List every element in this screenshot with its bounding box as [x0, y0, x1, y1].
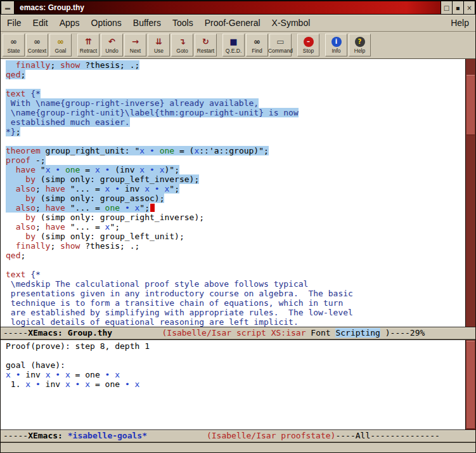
toolbar-label: Next: [130, 48, 141, 54]
xemacs-frame: ▬ emacs: Group.thy □ ▪ × FileEditAppsOpt…: [0, 0, 476, 453]
toolbar-label: Undo: [105, 48, 118, 54]
editor-line: presentations given in any introductory …: [6, 289, 465, 298]
help-button[interactable]: ?Help: [349, 34, 371, 56]
state-button[interactable]: ∞State: [3, 34, 25, 56]
goto-button[interactable]: ↴Goto: [171, 34, 193, 56]
toolbar-label: Goto: [176, 48, 188, 54]
window-title-area[interactable]: emacs: Group.thy: [15, 1, 441, 15]
window-title: emacs: Group.thy: [20, 3, 84, 12]
goals-line: x • inv x • x = one • x: [6, 370, 465, 379]
goals-line: Proof(prove): step 8, depth 1: [6, 341, 465, 351]
editor-line: by (simp only: group_assoc);: [6, 194, 465, 203]
stop-button[interactable]: –Stop: [297, 34, 319, 56]
editor-line: \name{group-right-unit}\label{thm:group-…: [6, 108, 465, 117]
editor-line: text {*: [6, 89, 465, 98]
toolbar-label: Restart: [197, 48, 214, 54]
editor-line: by (simp only: group_left_unit);: [6, 232, 465, 241]
state-goggles-icon: ∞: [9, 37, 19, 47]
restart-button[interactable]: ↻Restart: [195, 34, 217, 56]
toolbar-label: Context: [28, 48, 46, 54]
menu-item-tools[interactable]: Tools: [172, 18, 193, 28]
maximize-button[interactable]: □: [441, 1, 453, 15]
toolbar-label: Info: [331, 48, 340, 54]
goto-arrow-icon: ↴: [177, 37, 188, 47]
toolbar-label: Goal: [55, 48, 67, 54]
command-button[interactable]: ▭Command: [269, 34, 292, 56]
minibuffer[interactable]: [1, 443, 475, 452]
goals-window: Proof(prove): step 8, depth 1goal (have)…: [1, 340, 475, 430]
modeline-script: -----XEmacs: Group.thy (Isabelle/Isar sc…: [1, 327, 475, 340]
context-button[interactable]: ∞Context: [26, 34, 48, 56]
editor-line: technique is to form a transitive chain …: [6, 298, 465, 308]
menu-item-options[interactable]: Options: [91, 18, 122, 28]
command-terminal-icon: ▭: [276, 37, 286, 47]
text-cursor: [150, 204, 155, 212]
menu-item-file[interactable]: File: [7, 18, 22, 28]
modeline-goals: -----XEmacs: *isabelle-goals* (Isabelle/…: [1, 430, 475, 443]
editor-line: are established by simplifying with appr…: [6, 308, 465, 317]
goal-goggles-icon: ∞: [56, 37, 66, 47]
toolbar: ∞State∞Context∞Goal⇈Retract↶Undo→Next⇊Us…: [1, 32, 475, 59]
editor-scrollbar-thumb[interactable]: [466, 75, 475, 135]
editor-line: logical details of equational reasoning …: [6, 317, 465, 327]
editor-line: also; have "... = x • inv x • x";: [6, 184, 465, 194]
editor-scrollbar[interactable]: [465, 59, 475, 327]
find-button[interactable]: ∞Find: [246, 34, 268, 56]
toolbar-label: Command: [268, 48, 293, 54]
undo-arrow-icon: ↶: [107, 37, 117, 47]
info-icon: i: [331, 37, 342, 47]
toolbar-label: Use: [154, 48, 164, 54]
maximize-icon: □: [444, 4, 449, 11]
editor-line: qed;: [6, 251, 465, 260]
editor-line: [6, 136, 465, 146]
menu-item-proof-general[interactable]: Proof-General: [205, 18, 261, 28]
close-button[interactable]: ×: [464, 1, 475, 15]
menu-item-edit[interactable]: Edit: [33, 18, 48, 28]
iconify-icon: ▪: [456, 4, 460, 11]
goals-scrollbar[interactable]: [465, 340, 475, 430]
goal-button[interactable]: ∞Goal: [49, 34, 72, 56]
next-arrow-icon: →: [131, 37, 141, 47]
retract-button[interactable]: ⇈Retract: [77, 34, 100, 56]
editor-line: [6, 79, 465, 89]
editor-line: proof -;: [6, 155, 465, 165]
qed-icon: ■: [229, 37, 239, 47]
goals-line: [6, 351, 465, 360]
find-binoculars-icon: ∞: [252, 37, 262, 47]
window-menu-icon: ▬: [5, 5, 10, 11]
editor-line: have "x • one = x • (inv x • x)";: [6, 165, 465, 174]
menu-item-apps[interactable]: Apps: [60, 18, 80, 28]
editor-line: With \name{group-right-inverse} already …: [6, 98, 465, 108]
editor-buffer[interactable]: finally; show ?thesis; .;qed;text {* Wit…: [1, 59, 465, 327]
undo-button[interactable]: ↶Undo: [101, 34, 123, 56]
menu-item-x-symbol[interactable]: X-Symbol: [272, 18, 311, 28]
editor-line: also; have "... = one • x";: [6, 203, 465, 213]
editor-line: by (simp only: group_right_inverse);: [6, 213, 465, 222]
editor-window: finally; show ?thesis; .;qed;text {* Wit…: [1, 59, 475, 327]
menubar: FileEditAppsOptionsBuffersToolsProof-Gen…: [1, 15, 475, 32]
editor-line: finally; show ?thesis; .;: [6, 60, 465, 70]
menu-item-buffers[interactable]: Buffers: [133, 18, 161, 28]
toolbar-label: Retract: [80, 48, 97, 54]
info-button[interactable]: iInfo: [325, 34, 347, 56]
goals-line: 1. x • inv x • x = one • x: [6, 379, 465, 389]
iconify-button[interactable]: ▪: [453, 1, 464, 15]
next-button[interactable]: →Next: [124, 34, 146, 56]
retract-arrow-icon: ⇈: [84, 37, 94, 47]
use-button[interactable]: ⇊Use: [148, 34, 170, 56]
goals-scrollbar-thumb[interactable]: [466, 341, 475, 429]
titlebar: ▬ emacs: Group.thy □ ▪ ×: [1, 1, 475, 15]
toolbar-label: State: [8, 48, 20, 54]
q-e-d-button[interactable]: ■Q.E.D.: [222, 34, 245, 56]
goals-line: goal (have):: [6, 360, 465, 370]
menu-item-help[interactable]: Help: [451, 18, 469, 28]
editor-line: theorem group_right_unit: "x • one = (x:…: [6, 146, 465, 155]
window-menu-button[interactable]: ▬: [1, 1, 15, 15]
editor-line: by (simp only: group_left_inverse);: [6, 174, 465, 184]
goals-buffer[interactable]: Proof(prove): step 8, depth 1goal (have)…: [1, 340, 465, 430]
editor-line: qed;: [6, 70, 465, 79]
use-arrows-icon: ⇊: [154, 37, 164, 47]
restart-cycle-icon: ↻: [201, 37, 211, 47]
editor-line: text {*: [6, 270, 465, 279]
menubar-items: FileEditAppsOptionsBuffersToolsProof-Gen…: [7, 18, 310, 28]
